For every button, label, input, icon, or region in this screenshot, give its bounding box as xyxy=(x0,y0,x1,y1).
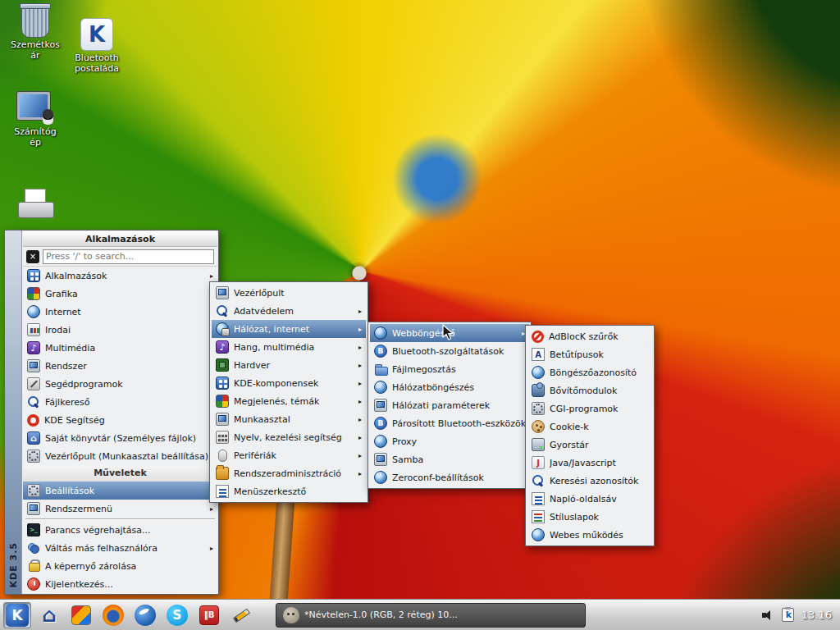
kmenu-item-beallitasok[interactable]: Beállítások▸ xyxy=(23,482,217,500)
submenu-arrow-icon: ▸ xyxy=(519,330,525,337)
settings-item-kde-komponensek[interactable]: KDE-komponensek▸ xyxy=(212,374,366,392)
menu-item-label: Cookie-k xyxy=(550,422,648,432)
menu-item-label: Samba xyxy=(392,454,525,465)
taskbar-task-gimp[interactable]: *Névtelen-1.0 (RGB, 2 réteg) 10... xyxy=(276,603,586,628)
submenu-arrow-icon: ▸ xyxy=(356,308,362,315)
launcher-home[interactable] xyxy=(35,602,63,628)
kmenu-item-multimedia[interactable]: Multimédia▸ xyxy=(23,339,217,357)
launcher-draw-app[interactable] xyxy=(227,602,255,628)
menu-item-label: Grafika xyxy=(45,289,203,299)
menu-item-label: Hardver xyxy=(234,360,351,371)
taskbar-clock[interactable]: 13.16 xyxy=(801,609,832,621)
network-item-parositott-bluetooth-eszkozok[interactable]: Párosított Bluetooth-eszközök xyxy=(370,414,529,432)
web-item-stiluslapok[interactable]: Stíluslapok xyxy=(527,508,652,526)
browser-id-icon xyxy=(532,366,545,379)
web-item-betutipusok[interactable]: Betűtípusok xyxy=(527,345,652,363)
menu-item-label: Multimédia xyxy=(45,343,203,354)
kmenu-item-valtas-mas-felhasznalora[interactable]: Váltás más felhasználóra▸ xyxy=(23,539,217,557)
network-item-proxy[interactable]: Proxy xyxy=(370,432,529,450)
klipper-icon[interactable] xyxy=(782,608,794,622)
network-item-halozati-parameterek[interactable]: Hálózati paraméterek xyxy=(370,396,529,414)
kde-components-icon xyxy=(216,377,229,390)
gimp-icon xyxy=(283,607,299,623)
submenu-arrow-icon: ▸ xyxy=(208,272,213,280)
network-item-zeroconf-beallitasok[interactable]: Zeroconf-beállítások xyxy=(370,468,529,486)
settings-item-hang-multimedia[interactable]: Hang, multimédia▸ xyxy=(212,338,366,356)
settings-item-munkaasztal[interactable]: Munkaasztal▸ xyxy=(212,410,366,428)
web-item-adblock-szurok[interactable]: AdBlocK szűrők xyxy=(527,327,652,345)
kmenu-item-kepernyo-zarolasa[interactable]: A képernyő zárolása xyxy=(23,557,217,575)
settings-item-vezerlopult[interactable]: Vezérlőpult xyxy=(212,284,366,302)
settings-item-rendszeradminisztracio[interactable]: Rendszeradminisztráció▸ xyxy=(212,464,366,482)
web-item-webes-mukodes[interactable]: Webes működés xyxy=(527,526,652,544)
kmenu-item-fajlkereso[interactable]: Fájlkereső xyxy=(23,393,217,411)
launcher-skype[interactable] xyxy=(163,602,191,628)
volume-icon[interactable] xyxy=(761,609,774,621)
kmenu-item-rendszermenu[interactable]: Rendszermenü▸ xyxy=(23,500,217,518)
web-item-cgi-programok[interactable]: CGI-programok xyxy=(527,399,652,418)
menu-item-label: Kijelentkezés... xyxy=(45,579,213,590)
bluetooth-services-icon xyxy=(374,345,387,358)
settings-item-periferiak[interactable]: Perifériák▸ xyxy=(212,446,366,464)
network-item-halozatbongeszes[interactable]: Hálózatböngészés xyxy=(370,378,529,396)
desktop-icon-computer[interactable]: Számítóg ép xyxy=(3,90,67,148)
menu-item-label: CGI-programok xyxy=(550,404,648,414)
launcher-thunderbird[interactable] xyxy=(131,602,159,628)
kmenu-item-segedprogramok[interactable]: Segédprogramok▸ xyxy=(23,375,217,393)
web-item-gyorstar[interactable]: Gyorstár xyxy=(527,436,652,454)
launcher-firefox[interactable] xyxy=(99,602,127,628)
firefox-icon xyxy=(103,605,124,626)
launcher-red-app[interactable] xyxy=(195,602,223,628)
kmenu-item-sajat-konyvtar[interactable]: Saját könyvtár (Személyes fájlok) xyxy=(23,429,217,447)
search-input[interactable] xyxy=(43,249,214,264)
network-internet-icon xyxy=(216,322,229,336)
kmenu-sidebar-label: KDE 3.5 xyxy=(8,542,19,588)
settings-item-megjelenes-temak[interactable]: Megjelenés, témák▸ xyxy=(212,392,366,410)
kmenu-item-vezerlopult[interactable]: Vezérlőpult (Munkaasztal beállítása) xyxy=(23,447,217,465)
kmenu-item-internet[interactable]: Internet▸ xyxy=(23,303,217,321)
desktop-icon-label: Bluetooth postaláda xyxy=(62,53,131,74)
settings-item-nyelv-kezelesi-segitseg[interactable]: Nyelv, kezelési segítség▸ xyxy=(212,428,366,446)
kmenu-item-parancs-vegrehajtasa[interactable]: Parancs végrehajtása... xyxy=(23,521,217,539)
network-item-fajlmegosztas[interactable]: Fájlmegosztás xyxy=(370,360,529,378)
web-item-naplo-oldalsav[interactable]: Napló-oldalsáv xyxy=(527,490,652,508)
kmenu-button[interactable] xyxy=(3,602,31,628)
desktop-icon-bluetooth-mailbox[interactable]: Bluetooth postaláda xyxy=(62,18,131,74)
kmenu-item-kijelentkezes[interactable]: Kijelentkezés... xyxy=(23,575,217,593)
menu-item-label: Zeroconf-beállítások xyxy=(392,472,525,483)
run-command-icon xyxy=(27,523,40,536)
web-item-bongeszoazonosito[interactable]: Böngészőazonosító xyxy=(527,363,652,381)
package-stack-icon xyxy=(71,605,91,625)
file-search-icon xyxy=(27,395,40,409)
menu-item-label: Váltás más felhasználóra xyxy=(45,543,203,554)
submenu-arrow-icon: ▸ xyxy=(356,416,362,423)
network-item-samba[interactable]: Samba xyxy=(370,450,529,468)
desktop-icon-printer[interactable] xyxy=(3,189,67,218)
file-sharing-icon xyxy=(374,363,387,376)
menu-item-label: KDE Segítség xyxy=(44,415,213,426)
network-item-bluetooth-szolgaltatasok[interactable]: Bluetooth-szolgáltatások xyxy=(370,342,529,360)
web-browser-submenu: AdBlocK szűrők Betűtípusok Böngészőazono… xyxy=(525,325,655,546)
settings-item-adatvedelem[interactable]: Adatvédelem▸ xyxy=(212,302,366,320)
kmenu-item-rendszer[interactable]: Rendszer▸ xyxy=(23,357,217,375)
kmenu-item-irodai[interactable]: Irodai▸ xyxy=(23,321,217,339)
menu-item-label: Internet xyxy=(45,307,203,317)
desktop-icon-trash[interactable]: Szemétkos ár xyxy=(5,7,66,61)
thunderbird-icon xyxy=(135,605,156,626)
samba-icon xyxy=(374,453,387,466)
web-item-cookie-k[interactable]: Cookie-k xyxy=(527,418,652,436)
submenu-arrow-icon: ▸ xyxy=(356,434,362,441)
web-item-bovitomodulok[interactable]: Bővítőmodulok xyxy=(527,381,652,399)
kmenu-item-kde-segitseg[interactable]: KDE Segítség xyxy=(23,411,217,429)
launcher-packages[interactable] xyxy=(67,602,95,628)
web-item-java-javascript[interactable]: Java/Javascript xyxy=(527,454,652,472)
clear-search-icon[interactable] xyxy=(26,250,39,263)
language-accessibility-icon xyxy=(216,431,229,444)
web-item-keresesi-azonositok[interactable]: Keresési azonosítók xyxy=(527,472,652,490)
settings-submenu: Vezérlőpult Adatvédelem▸ Hálózat, intern… xyxy=(209,281,368,503)
kmenu-item-grafika[interactable]: Grafika▸ xyxy=(23,285,217,303)
kmenu-item-alkalmazasok[interactable]: Alkalmazások▸ xyxy=(23,267,217,285)
settings-item-hardver[interactable]: Hardver▸ xyxy=(212,356,366,374)
settings-item-halozat-internet[interactable]: Hálózat, internet▸ xyxy=(212,320,366,338)
settings-item-menuszerkeszto[interactable]: Menüszerkesztő xyxy=(212,482,366,500)
